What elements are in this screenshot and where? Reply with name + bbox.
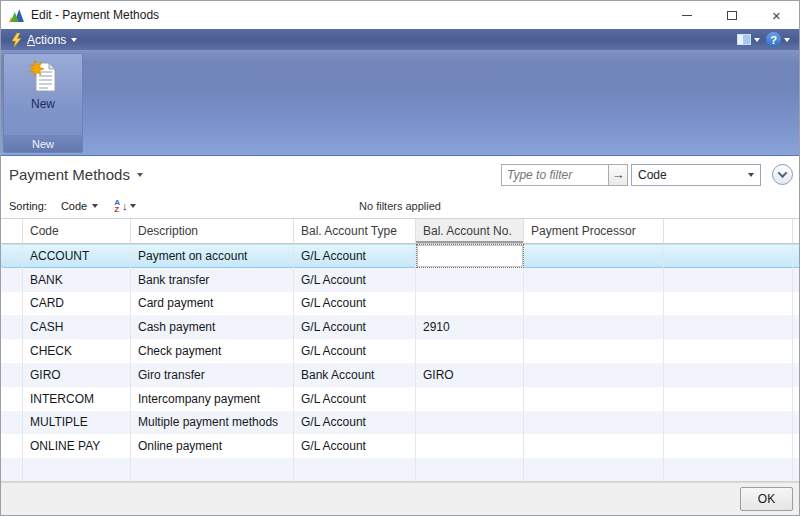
column-header-description[interactable]: Description [131, 219, 294, 243]
table-cell[interactable] [524, 434, 664, 458]
table-cell[interactable]: Check payment [131, 339, 294, 363]
table-cell[interactable] [664, 244, 793, 268]
filter-input[interactable] [501, 164, 609, 186]
row-selector[interactable] [1, 268, 23, 292]
row-selector[interactable] [1, 387, 23, 411]
table-cell[interactable]: GIRO [23, 363, 131, 387]
table-cell[interactable]: Payment on account [131, 244, 294, 268]
collapse-filter-pane-button[interactable] [772, 164, 793, 185]
table-cell[interactable]: G/L Account [294, 434, 416, 458]
table-cell[interactable] [664, 315, 793, 339]
table-cell[interactable]: BANK [23, 268, 131, 292]
table-cell[interactable]: MULTIPLE [23, 411, 131, 435]
column-header-processor[interactable]: Payment Processor [524, 219, 664, 243]
row-selector[interactable] [1, 244, 23, 268]
maximize-button[interactable] [709, 1, 754, 29]
new-button[interactable]: New [4, 54, 82, 135]
table-cell[interactable] [524, 268, 664, 292]
table-row[interactable]: MULTIPLEMultiple payment methodsG/L Acco… [1, 411, 799, 435]
table-cell[interactable] [416, 244, 524, 268]
table-cell[interactable]: Bank transfer [131, 268, 294, 292]
table-row[interactable]: ONLINE PAYOnline paymentG/L Account [1, 434, 799, 458]
table-cell[interactable] [664, 411, 793, 435]
table-cell[interactable] [664, 434, 793, 458]
table-row[interactable]: CASHCash paymentG/L Account2910 [1, 315, 799, 339]
table-cell[interactable]: G/L Account [294, 315, 416, 339]
table-cell[interactable] [524, 411, 664, 435]
table-row[interactable]: INTERCOMIntercompany paymentG/L Account [1, 387, 799, 411]
table-cell[interactable]: Online payment [131, 434, 294, 458]
table-cell[interactable]: CARD [23, 292, 131, 316]
table-cell[interactable] [23, 458, 131, 482]
ok-button[interactable]: OK [740, 487, 793, 511]
table-cell[interactable] [524, 363, 664, 387]
table-cell[interactable] [416, 268, 524, 292]
table-cell[interactable]: Bank Account [294, 363, 416, 387]
table-cell[interactable] [664, 339, 793, 363]
table-cell[interactable] [524, 292, 664, 316]
table-row[interactable] [1, 458, 799, 482]
row-selector[interactable] [1, 363, 23, 387]
table-cell[interactable]: ACCOUNT [23, 244, 131, 268]
table-cell[interactable]: GIRO [416, 363, 524, 387]
table-row[interactable]: CARDCard paymentG/L Account [1, 292, 799, 316]
table-cell[interactable] [524, 244, 664, 268]
column-header-bal_no[interactable]: Bal. Account No. [416, 219, 524, 243]
table-cell[interactable] [664, 458, 793, 482]
table-cell[interactable]: ONLINE PAY [23, 434, 131, 458]
table-cell[interactable]: Card payment [131, 292, 294, 316]
view-layout-button[interactable] [734, 34, 763, 45]
row-selector-header[interactable] [1, 219, 23, 243]
table-cell[interactable]: 2910 [416, 315, 524, 339]
table-cell[interactable] [131, 458, 294, 482]
table-cell[interactable]: G/L Account [294, 292, 416, 316]
caption-bar: Payment Methods → Code [1, 156, 799, 193]
table-cell[interactable] [664, 292, 793, 316]
apply-filter-button[interactable]: → [609, 164, 628, 186]
help-button[interactable]: ? [763, 32, 793, 47]
table-cell[interactable] [416, 292, 524, 316]
row-selector[interactable] [1, 339, 23, 363]
page-title-menu[interactable]: Payment Methods [9, 166, 143, 183]
filter-column-select[interactable]: Code [631, 164, 761, 186]
column-header-code[interactable]: Code [23, 219, 131, 243]
table-cell[interactable]: Giro transfer [131, 363, 294, 387]
table-cell[interactable] [524, 315, 664, 339]
table-cell[interactable] [416, 458, 524, 482]
table-cell[interactable]: G/L Account [294, 339, 416, 363]
table-cell[interactable] [664, 363, 793, 387]
table-cell[interactable] [524, 387, 664, 411]
table-cell[interactable] [416, 387, 524, 411]
table-cell[interactable]: INTERCOM [23, 387, 131, 411]
row-selector[interactable] [1, 458, 23, 482]
table-cell[interactable] [416, 434, 524, 458]
table-cell[interactable]: G/L Account [294, 411, 416, 435]
table-row[interactable]: GIROGiro transferBank AccountGIRO [1, 363, 799, 387]
table-row[interactable]: ACCOUNTPayment on accountG/L Account [1, 244, 799, 268]
row-selector[interactable] [1, 434, 23, 458]
minimize-button[interactable] [664, 1, 709, 29]
table-cell[interactable]: Intercompany payment [131, 387, 294, 411]
table-cell[interactable]: CASH [23, 315, 131, 339]
row-selector[interactable] [1, 315, 23, 339]
table-cell[interactable]: CHECK [23, 339, 131, 363]
actions-menu[interactable]: Actions [7, 32, 81, 48]
column-header-bal_type[interactable]: Bal. Account Type [294, 219, 416, 243]
table-row[interactable]: CHECKCheck paymentG/L Account [1, 339, 799, 363]
table-cell[interactable] [524, 339, 664, 363]
table-row[interactable]: BANKBank transferG/L Account [1, 268, 799, 292]
table-cell[interactable]: G/L Account [294, 244, 416, 268]
table-cell[interactable]: G/L Account [294, 387, 416, 411]
table-cell[interactable] [664, 387, 793, 411]
table-cell[interactable] [664, 268, 793, 292]
table-cell[interactable] [416, 411, 524, 435]
row-selector[interactable] [1, 292, 23, 316]
table-cell[interactable]: Cash payment [131, 315, 294, 339]
table-cell[interactable] [294, 458, 416, 482]
table-cell[interactable]: Multiple payment methods [131, 411, 294, 435]
row-selector[interactable] [1, 411, 23, 435]
close-button[interactable]: × [754, 1, 799, 29]
table-cell[interactable] [416, 339, 524, 363]
table-cell[interactable]: G/L Account [294, 268, 416, 292]
table-cell[interactable] [524, 458, 664, 482]
